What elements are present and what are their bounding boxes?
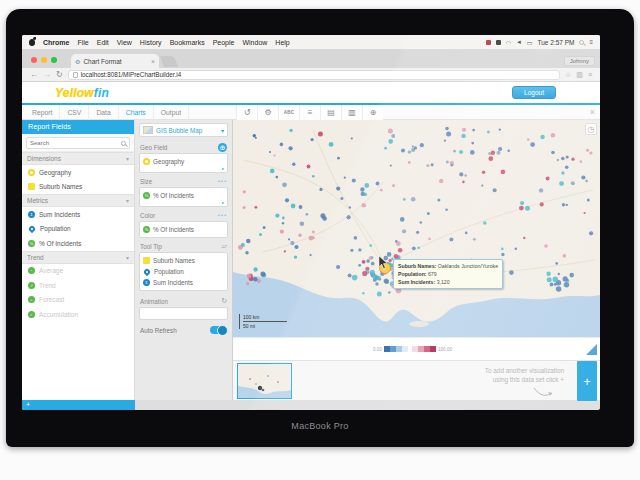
macos-menubar: Chrome File Edit View History Bookmarks …: [22, 35, 600, 50]
map-thumbnail-icon: [143, 126, 153, 134]
add-field-bar[interactable]: +: [22, 400, 135, 410]
color-dropzone[interactable]: %% Of Incidents: [139, 221, 228, 238]
section-trend[interactable]: Trend▾: [22, 251, 134, 264]
field-suburb-names[interactable]: Suburb Names: [22, 180, 134, 195]
url-input[interactable]: localhost:8081/MIPreChartBuilder.i4: [68, 70, 560, 80]
photo-background: Chrome File Edit View History Bookmarks …: [0, 0, 640, 480]
apple-menu-icon[interactable]: [29, 39, 35, 46]
size-dots-icon: •••: [218, 178, 227, 184]
chip-geography[interactable]: Geography: [143, 156, 224, 167]
tooltip-row: Population: 679: [398, 270, 498, 278]
tab-csv[interactable]: CSV: [60, 105, 89, 120]
field-population[interactable]: Population: [22, 222, 134, 237]
menubar-app-name[interactable]: Chrome: [43, 39, 69, 46]
gis-bubble-map[interactable]: [233, 120, 600, 337]
browser-tab[interactable]: ⚙ Chart Format ×: [71, 54, 159, 68]
field-average[interactable]: −Average: [22, 264, 134, 279]
chevron-down-icon: ▾: [126, 153, 129, 164]
notification-center-icon[interactable]: ≡: [589, 39, 593, 45]
tab-data[interactable]: Data: [89, 105, 118, 120]
tag-icon: ▱: [222, 242, 227, 250]
menubar-item-help[interactable]: Help: [275, 39, 289, 46]
browser-menu-icon[interactable]: ≡: [588, 71, 592, 78]
chip-sum-incidents[interactable]: ΣSum Incidents: [143, 277, 224, 288]
report-fields-title: Report Fields: [22, 120, 134, 134]
tab-charts[interactable]: Charts: [119, 105, 154, 120]
reload-icon[interactable]: ↻: [56, 70, 63, 79]
add-visualization-button[interactable]: +: [577, 361, 597, 401]
chip-pct-incidents[interactable]: %% Of Incidents: [143, 190, 224, 201]
labels-abc-icon[interactable]: ABC: [278, 105, 299, 120]
field-forecast[interactable]: +Forecast: [22, 293, 134, 308]
logout-button[interactable]: Logout: [512, 86, 556, 99]
menubar-clock[interactable]: Tue 2:57 PM: [538, 39, 575, 46]
chip-suburb-names[interactable]: Suburb Names: [143, 255, 224, 266]
save-icon[interactable]: ▤: [320, 105, 341, 120]
forward-icon[interactable]: →: [43, 70, 51, 79]
dimension-icon: [28, 169, 35, 176]
chart-type-icon[interactable]: ▥: [341, 105, 362, 120]
add-visualization-hint: To add another visualization using this …: [485, 367, 564, 385]
extension-icon[interactable]: ▥: [576, 71, 583, 79]
back-icon[interactable]: ←: [30, 70, 38, 79]
menubar-item-edit[interactable]: Edit: [97, 39, 109, 46]
new-tab-button[interactable]: [160, 56, 178, 67]
close-panel-icon[interactable]: ×: [590, 105, 595, 120]
geo-field-dropzone[interactable]: Geography ●: [139, 153, 228, 173]
tooltip-row: Sum Incidents: 3,120: [398, 278, 498, 286]
dimension-icon: [28, 183, 35, 190]
tooltip-dropzone[interactable]: Suburb Names Population ΣSum Incidents: [139, 252, 228, 291]
bookmark-star-icon[interactable]: ☆: [565, 71, 571, 79]
chevron-down-icon: ▾: [221, 127, 224, 134]
field-trend[interactable]: ↗Trend: [22, 278, 134, 293]
minimize-window-button[interactable]: [41, 57, 47, 63]
chip-population[interactable]: Population: [143, 266, 224, 277]
auto-refresh-toggle[interactable]: [210, 326, 227, 334]
field-accumulation[interactable]: ✓Accumulation: [22, 307, 134, 322]
section-metrics[interactable]: Metrics▾: [22, 194, 134, 207]
size-dropzone[interactable]: %% Of Incidents ●: [139, 187, 228, 207]
resize-handle[interactable]: [586, 344, 597, 355]
pin-icon: [143, 267, 151, 275]
field-geography[interactable]: Geography: [22, 165, 134, 180]
list-icon[interactable]: ≡: [299, 105, 320, 120]
menubar-item-view[interactable]: View: [117, 39, 132, 46]
globe-icon[interactable]: ⊕: [362, 105, 383, 120]
search-input[interactable]: [30, 140, 110, 146]
field-pct-incidents[interactable]: %% Of Incidents: [22, 236, 134, 251]
status-app-icon-2[interactable]: [496, 40, 501, 45]
battery-icon[interactable]: ▭: [527, 39, 533, 46]
tab-close-icon[interactable]: ×: [151, 58, 155, 65]
tab-report[interactable]: Report: [22, 105, 60, 120]
metric-icon: Σ: [28, 211, 35, 218]
menubar-item-file[interactable]: File: [77, 39, 88, 46]
menubar-item-people[interactable]: People: [213, 39, 235, 46]
legend-min: 0.00: [373, 347, 382, 352]
pin-icon: [28, 225, 36, 233]
spotlight-icon[interactable]: [579, 40, 584, 45]
chart-type-select[interactable]: GIS Bubble Map ▾: [139, 123, 228, 137]
status-app-icon[interactable]: [486, 40, 491, 45]
search-box[interactable]: [26, 137, 130, 149]
size-label: Size•••: [139, 175, 228, 187]
tab-output[interactable]: Output: [154, 105, 189, 120]
close-window-button[interactable]: [31, 57, 37, 63]
metric-icon: Σ: [143, 279, 150, 286]
volume-icon[interactable]: ◄: [516, 39, 522, 45]
history-clock-icon[interactable]: ◷: [585, 123, 597, 135]
chip-pct-incidents-color[interactable]: %% Of Incidents: [143, 224, 224, 235]
menubar-item-bookmarks[interactable]: Bookmarks: [170, 39, 205, 46]
browser-profile-button[interactable]: Johnny: [564, 56, 595, 66]
refresh-icon: ↻: [221, 297, 227, 305]
undo-icon[interactable]: ↺: [236, 105, 257, 120]
menubar-item-window[interactable]: Window: [242, 39, 267, 46]
wifi-icon[interactable]: ◠: [506, 39, 511, 46]
visualization-thumbnail[interactable]: [237, 363, 292, 399]
menubar-item-history[interactable]: History: [140, 39, 162, 46]
animation-dropzone[interactable]: [139, 307, 228, 320]
settings-gear-icon[interactable]: ⚙: [257, 105, 278, 120]
color-label: Color•••: [139, 209, 228, 221]
section-dimensions[interactable]: Dimensions▾: [22, 152, 134, 165]
zoom-window-button[interactable]: [51, 57, 57, 63]
field-sum-incidents[interactable]: ΣSum Incidents: [22, 207, 134, 222]
